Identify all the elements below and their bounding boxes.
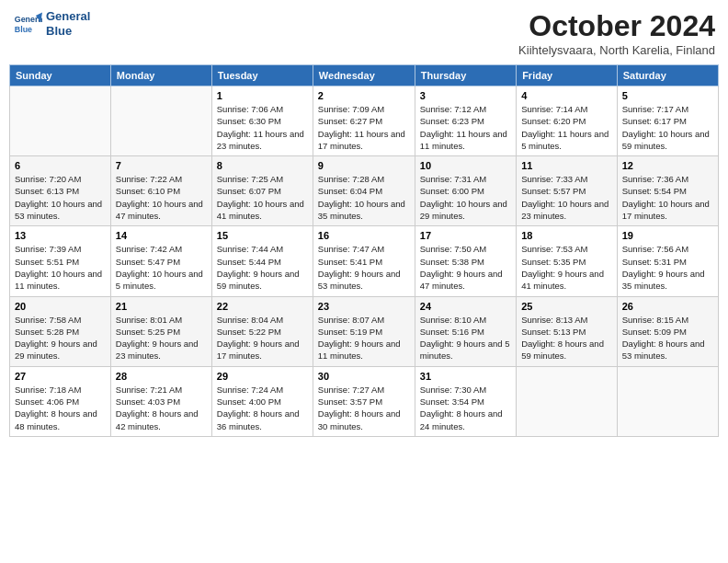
day-number: 31 xyxy=(420,371,511,382)
day-info: Sunrise: 7:50 AM Sunset: 5:38 PM Dayligh… xyxy=(420,243,511,292)
calendar-cell: 5Sunrise: 7:17 AM Sunset: 6:17 PM Daylig… xyxy=(617,86,718,156)
day-number: 21 xyxy=(116,301,207,312)
calendar-cell: 3Sunrise: 7:12 AM Sunset: 6:23 PM Daylig… xyxy=(415,86,516,156)
day-info: Sunrise: 7:28 AM Sunset: 6:04 PM Dayligh… xyxy=(318,173,410,222)
calendar-cell: 21Sunrise: 8:01 AM Sunset: 5:25 PM Dayli… xyxy=(110,296,211,366)
day-number: 3 xyxy=(420,90,511,101)
location: Kiihtelysvaara, North Karelia, Finland xyxy=(518,43,715,57)
day-number: 27 xyxy=(15,371,106,382)
calendar-cell: 24Sunrise: 8:10 AM Sunset: 5:16 PM Dayli… xyxy=(415,296,516,366)
calendar-cell: 16Sunrise: 7:47 AM Sunset: 5:41 PM Dayli… xyxy=(313,226,415,296)
calendar-cell: 20Sunrise: 7:58 AM Sunset: 5:28 PM Dayli… xyxy=(10,296,111,366)
day-number: 9 xyxy=(318,160,410,171)
col-header-friday: Friday xyxy=(517,65,618,86)
day-info: Sunrise: 7:17 AM Sunset: 6:17 PM Dayligh… xyxy=(622,103,713,152)
day-info: Sunrise: 7:39 AM Sunset: 5:51 PM Dayligh… xyxy=(15,243,106,292)
calendar-cell: 7Sunrise: 7:22 AM Sunset: 6:10 PM Daylig… xyxy=(110,156,211,226)
day-number: 14 xyxy=(116,230,207,241)
calendar-row: 1Sunrise: 7:06 AM Sunset: 6:30 PM Daylig… xyxy=(10,86,719,156)
calendar-cell: 23Sunrise: 8:07 AM Sunset: 5:19 PM Dayli… xyxy=(313,296,415,366)
calendar-cell: 2Sunrise: 7:09 AM Sunset: 6:27 PM Daylig… xyxy=(313,86,415,156)
calendar-cell: 11Sunrise: 7:33 AM Sunset: 5:57 PM Dayli… xyxy=(517,156,618,226)
day-info: Sunrise: 7:47 AM Sunset: 5:41 PM Dayligh… xyxy=(318,243,410,292)
day-info: Sunrise: 8:04 AM Sunset: 5:22 PM Dayligh… xyxy=(217,314,308,362)
day-number: 7 xyxy=(116,160,207,171)
day-number: 28 xyxy=(116,371,207,382)
calendar-cell: 15Sunrise: 7:44 AM Sunset: 5:44 PM Dayli… xyxy=(211,226,313,296)
day-info: Sunrise: 7:53 AM Sunset: 5:35 PM Dayligh… xyxy=(521,243,612,292)
calendar-cell: 12Sunrise: 7:36 AM Sunset: 5:54 PM Dayli… xyxy=(617,156,718,226)
day-number: 6 xyxy=(15,160,106,171)
day-info: Sunrise: 7:22 AM Sunset: 6:10 PM Dayligh… xyxy=(116,173,207,222)
day-info: Sunrise: 8:01 AM Sunset: 5:25 PM Dayligh… xyxy=(116,314,207,362)
col-header-saturday: Saturday xyxy=(617,65,718,86)
calendar-cell: 22Sunrise: 8:04 AM Sunset: 5:22 PM Dayli… xyxy=(211,296,313,366)
day-number: 25 xyxy=(521,301,612,312)
svg-text:Blue: Blue xyxy=(15,25,32,34)
day-info: Sunrise: 7:42 AM Sunset: 5:47 PM Dayligh… xyxy=(116,243,207,292)
calendar-cell: 25Sunrise: 8:13 AM Sunset: 5:13 PM Dayli… xyxy=(517,296,618,366)
day-number: 26 xyxy=(622,301,713,312)
day-info: Sunrise: 8:13 AM Sunset: 5:13 PM Dayligh… xyxy=(521,314,612,362)
day-info: Sunrise: 8:07 AM Sunset: 5:19 PM Dayligh… xyxy=(318,314,410,362)
day-info: Sunrise: 7:14 AM Sunset: 6:20 PM Dayligh… xyxy=(521,103,612,152)
day-info: Sunrise: 7:30 AM Sunset: 3:54 PM Dayligh… xyxy=(420,384,511,432)
day-info: Sunrise: 8:15 AM Sunset: 5:09 PM Dayligh… xyxy=(622,314,713,362)
day-number: 17 xyxy=(420,230,511,241)
day-info: Sunrise: 7:44 AM Sunset: 5:44 PM Dayligh… xyxy=(217,243,308,292)
calendar-cell: 13Sunrise: 7:39 AM Sunset: 5:51 PM Dayli… xyxy=(10,226,111,296)
calendar-cell: 31Sunrise: 7:30 AM Sunset: 3:54 PM Dayli… xyxy=(415,366,516,436)
calendar-cell: 6Sunrise: 7:20 AM Sunset: 6:13 PM Daylig… xyxy=(10,156,111,226)
calendar-table: SundayMondayTuesdayWednesdayThursdayFrid… xyxy=(9,64,719,437)
day-number: 22 xyxy=(217,301,308,312)
calendar-cell: 8Sunrise: 7:25 AM Sunset: 6:07 PM Daylig… xyxy=(211,156,313,226)
col-header-sunday: Sunday xyxy=(10,65,111,86)
page-header: General Blue General Blue October 2024 K… xyxy=(9,9,719,57)
logo: General Blue General Blue xyxy=(13,9,90,39)
day-number: 29 xyxy=(217,371,308,382)
day-number: 19 xyxy=(622,230,713,241)
day-number: 11 xyxy=(521,160,612,171)
title-block: October 2024 Kiihtelysvaara, North Karel… xyxy=(518,9,715,57)
day-info: Sunrise: 7:33 AM Sunset: 5:57 PM Dayligh… xyxy=(521,173,612,222)
calendar-row: 13Sunrise: 7:39 AM Sunset: 5:51 PM Dayli… xyxy=(10,226,719,296)
col-header-wednesday: Wednesday xyxy=(313,65,415,86)
col-header-thursday: Thursday xyxy=(415,65,516,86)
day-number: 12 xyxy=(622,160,713,171)
calendar-row: 27Sunrise: 7:18 AM Sunset: 4:06 PM Dayli… xyxy=(10,366,719,436)
day-info: Sunrise: 7:06 AM Sunset: 6:30 PM Dayligh… xyxy=(217,103,308,152)
calendar-header: SundayMondayTuesdayWednesdayThursdayFrid… xyxy=(10,65,719,86)
calendar-body: 1Sunrise: 7:06 AM Sunset: 6:30 PM Daylig… xyxy=(10,86,719,437)
calendar-cell: 29Sunrise: 7:24 AM Sunset: 4:00 PM Dayli… xyxy=(211,366,313,436)
day-number: 4 xyxy=(521,90,612,101)
day-number: 8 xyxy=(217,160,308,171)
day-number: 30 xyxy=(318,371,410,382)
day-info: Sunrise: 7:21 AM Sunset: 4:03 PM Dayligh… xyxy=(116,384,207,432)
day-number: 2 xyxy=(318,90,410,101)
calendar-cell: 26Sunrise: 8:15 AM Sunset: 5:09 PM Dayli… xyxy=(617,296,718,366)
day-number: 20 xyxy=(15,301,106,312)
day-number: 1 xyxy=(217,90,308,101)
day-number: 10 xyxy=(420,160,511,171)
day-number: 18 xyxy=(521,230,612,241)
calendar-cell: 10Sunrise: 7:31 AM Sunset: 6:00 PM Dayli… xyxy=(415,156,516,226)
calendar-cell: 4Sunrise: 7:14 AM Sunset: 6:20 PM Daylig… xyxy=(517,86,618,156)
day-info: Sunrise: 7:36 AM Sunset: 5:54 PM Dayligh… xyxy=(622,173,713,222)
day-number: 24 xyxy=(420,301,511,312)
col-header-monday: Monday xyxy=(110,65,211,86)
logo-text: General Blue xyxy=(46,9,90,38)
day-info: Sunrise: 7:12 AM Sunset: 6:23 PM Dayligh… xyxy=(420,103,511,152)
day-info: Sunrise: 7:20 AM Sunset: 6:13 PM Dayligh… xyxy=(15,173,106,222)
calendar-cell: 14Sunrise: 7:42 AM Sunset: 5:47 PM Dayli… xyxy=(110,226,211,296)
calendar-cell: 1Sunrise: 7:06 AM Sunset: 6:30 PM Daylig… xyxy=(211,86,313,156)
calendar-row: 20Sunrise: 7:58 AM Sunset: 5:28 PM Dayli… xyxy=(10,296,719,366)
calendar-cell: 18Sunrise: 7:53 AM Sunset: 5:35 PM Dayli… xyxy=(517,226,618,296)
calendar-cell: 17Sunrise: 7:50 AM Sunset: 5:38 PM Dayli… xyxy=(415,226,516,296)
calendar-cell xyxy=(617,366,718,436)
month-title: October 2024 xyxy=(518,9,715,43)
calendar-cell: 19Sunrise: 7:56 AM Sunset: 5:31 PM Dayli… xyxy=(617,226,718,296)
calendar-cell: 30Sunrise: 7:27 AM Sunset: 3:57 PM Dayli… xyxy=(313,366,415,436)
day-number: 16 xyxy=(318,230,410,241)
day-number: 23 xyxy=(318,301,410,312)
day-number: 5 xyxy=(622,90,713,101)
